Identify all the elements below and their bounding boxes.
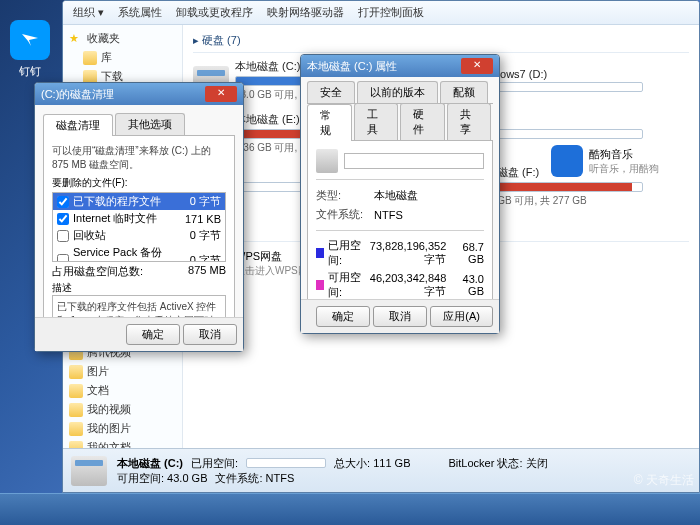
drive-usage-bar xyxy=(475,82,643,92)
folder-icon xyxy=(69,384,83,398)
legend-free: 可用空间:46,203,342,848 字节43.0 GB xyxy=(316,269,484,299)
gain-label: 占用磁盘空间总数: xyxy=(52,264,143,279)
kugou-item[interactable]: 酷狗音乐听音乐，用酷狗 xyxy=(551,145,659,177)
prop-fs: NTFS xyxy=(374,209,403,221)
drive-icon xyxy=(316,149,338,173)
drive-name: Windows7 (D:) xyxy=(475,68,643,80)
tab-sharing[interactable]: 共享 xyxy=(447,103,492,140)
cleanup-list-label: 要删除的文件(F): xyxy=(52,176,226,190)
folder-icon xyxy=(69,441,83,449)
props-title: 本地磁盘 (C:) 属性 xyxy=(307,59,397,74)
file-name: Service Pack 备份文件 xyxy=(73,245,167,262)
explorer-statusbar: 本地磁盘 (C:) 已用空间: 总大小: 111 GB BitLocker 状态… xyxy=(63,448,699,492)
cleanup-file-list[interactable]: 已下载的程序文件0 字节Internet 临时文件171 KB回收站0 字节Se… xyxy=(52,192,226,262)
sidebar-item[interactable]: 库 xyxy=(79,48,180,67)
file-checkbox[interactable] xyxy=(57,230,69,242)
prop-type: 本地磁盘 xyxy=(374,188,418,203)
status-title: 本地磁盘 (C:) xyxy=(117,456,183,471)
tab-general[interactable]: 常规 xyxy=(307,104,352,141)
file-checkbox[interactable] xyxy=(57,213,69,225)
tab-quota[interactable]: 配额 xyxy=(440,81,488,103)
cleanup-titlebar[interactable]: (C:)的磁盘清理 ✕ xyxy=(35,83,243,105)
sidebar-item[interactable]: 我的视频 xyxy=(65,400,180,419)
file-size: 0 字节 xyxy=(171,228,221,243)
folder-icon xyxy=(69,365,83,379)
status-free: 可用空间: 43.0 GB xyxy=(117,471,207,486)
tab-tools[interactable]: 工具 xyxy=(354,103,399,140)
menu-controlpanel[interactable]: 打开控制面板 xyxy=(358,5,424,20)
menu-organize[interactable]: 组织 ▾ xyxy=(73,5,104,20)
ok-button[interactable]: 确定 xyxy=(126,324,180,345)
close-icon[interactable]: ✕ xyxy=(205,86,237,102)
taskbar[interactable] xyxy=(0,493,700,525)
ok-button[interactable]: 确定 xyxy=(316,306,370,327)
menu-mapdrive[interactable]: 映射网络驱动器 xyxy=(267,5,344,20)
folder-icon xyxy=(69,422,83,436)
menu-uninstall[interactable]: 卸载或更改程序 xyxy=(176,5,253,20)
drive-properties-dialog: 本地磁盘 (C:) 属性 ✕ 安全 以前的版本 配额 常规 工具 硬件 共享 xyxy=(300,54,500,334)
legend-used: 已用空间:73,828,196,352 字节68.7 GB xyxy=(316,237,484,269)
kugou-icon xyxy=(551,145,583,177)
explorer-menubar: 组织 ▾ 系统属性 卸载或更改程序 映射网络驱动器 打开控制面板 xyxy=(63,1,699,25)
cancel-button[interactable]: 取消 xyxy=(373,306,427,327)
kugou-sub: 听音乐，用酷狗 xyxy=(589,162,659,176)
file-size: 171 KB xyxy=(171,213,221,225)
cleanup-file-row[interactable]: Service Pack 备份文件0 字节 xyxy=(53,244,225,262)
file-checkbox[interactable] xyxy=(57,254,69,262)
gain-value: 875 MB xyxy=(188,264,226,279)
kugou-name: 酷狗音乐 xyxy=(589,147,659,162)
tab-cleanup[interactable]: 磁盘清理 xyxy=(43,114,113,136)
file-name: Internet 临时文件 xyxy=(73,211,167,226)
file-size: 0 字节 xyxy=(171,194,221,209)
tab-prev-versions[interactable]: 以前的版本 xyxy=(357,81,438,103)
file-size: 0 字节 xyxy=(171,253,221,263)
props-titlebar[interactable]: 本地磁盘 (C:) 属性 ✕ xyxy=(301,55,499,77)
drive-free-text: 15.6 GB 可用, 共 277 GB xyxy=(475,194,643,208)
status-usage-bar xyxy=(246,458,326,468)
sidebar-item[interactable]: 文档 xyxy=(65,381,180,400)
sidebar-favorites[interactable]: ★收藏夹 xyxy=(65,29,180,48)
disk-cleanup-dialog: (C:)的磁盘清理 ✕ 磁盘清理 其他选项 可以使用“磁盘清理”来释放 (C:)… xyxy=(34,82,244,352)
watermark: © 天奇生活 xyxy=(634,472,694,489)
tab-more-options[interactable]: 其他选项 xyxy=(115,113,185,135)
library-icon xyxy=(83,51,97,65)
sidebar-item[interactable]: 我的文档 xyxy=(65,438,180,448)
desc-label: 描述 xyxy=(52,281,226,295)
drive-usage-bar xyxy=(475,129,643,139)
dingding-icon xyxy=(10,20,50,60)
sidebar-item[interactable]: 我的图片 xyxy=(65,419,180,438)
cleanup-description: 已下载的程序文件包括 ActiveX 控件和 Java 小程序，您查看特定网页时… xyxy=(52,295,226,317)
file-checkbox[interactable] xyxy=(57,196,69,208)
status-fs: 文件系统: NTFS xyxy=(215,471,294,486)
desktop-app-dingding[interactable]: 钉钉 xyxy=(5,20,55,79)
drives-header[interactable]: ▸ 硬盘 (7) xyxy=(193,29,689,53)
cleanup-file-row[interactable]: 已下载的程序文件0 字节 xyxy=(53,193,225,210)
file-name: 回收站 xyxy=(73,228,167,243)
cleanup-file-row[interactable]: 回收站0 字节 xyxy=(53,227,225,244)
drive-label-input[interactable] xyxy=(344,153,484,169)
drive-usage-bar xyxy=(475,182,643,192)
drive-icon xyxy=(71,456,107,486)
star-icon: ★ xyxy=(69,32,83,46)
tab-hardware[interactable]: 硬件 xyxy=(400,103,445,140)
desktop-app-label: 钉钉 xyxy=(5,64,55,79)
cancel-button[interactable]: 取消 xyxy=(183,324,237,345)
menu-sysprops[interactable]: 系统属性 xyxy=(118,5,162,20)
tab-security[interactable]: 安全 xyxy=(307,81,355,103)
cleanup-intro: 可以使用“磁盘清理”来释放 (C:) 上的 875 MB 磁盘空间。 xyxy=(52,144,226,172)
close-icon[interactable]: ✕ xyxy=(461,58,493,74)
cleanup-title: (C:)的磁盘清理 xyxy=(41,87,114,102)
status-used-label: 已用空间: xyxy=(191,456,238,471)
apply-button[interactable]: 应用(A) xyxy=(430,306,493,327)
sidebar-item[interactable]: 图片 xyxy=(65,362,180,381)
status-bitlocker: BitLocker 状态: 关闭 xyxy=(448,456,547,471)
cleanup-file-row[interactable]: Internet 临时文件171 KB xyxy=(53,210,225,227)
folder-icon xyxy=(69,403,83,417)
status-total: 总大小: 111 GB xyxy=(334,456,410,471)
file-name: 已下载的程序文件 xyxy=(73,194,167,209)
